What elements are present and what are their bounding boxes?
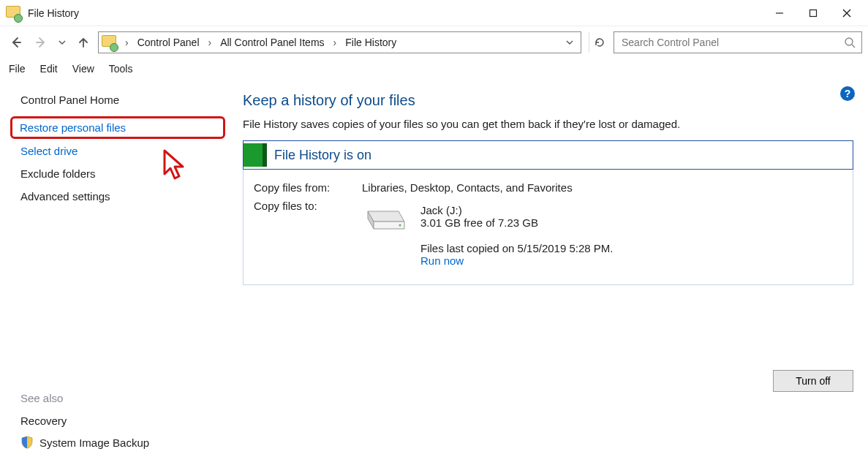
menu-file[interactable]: File <box>9 63 26 75</box>
svg-point-6 <box>845 38 853 45</box>
search-input[interactable] <box>620 36 856 49</box>
status-bar: File History is on <box>243 140 853 170</box>
status-text: File History is on <box>274 148 371 163</box>
recent-dropdown-icon[interactable] <box>56 30 69 55</box>
breadcrumb-all-items[interactable]: All Control Panel Items <box>216 32 328 53</box>
refresh-button[interactable] <box>589 32 609 53</box>
status-on-icon <box>244 143 267 167</box>
address-dropdown-icon[interactable] <box>562 37 578 48</box>
menu-tools[interactable]: Tools <box>109 63 133 75</box>
shield-icon <box>20 436 34 449</box>
window-title: File History <box>28 7 79 19</box>
highlight-annotation: Restore personal files <box>10 116 225 139</box>
select-drive-link[interactable]: Select drive <box>20 145 225 157</box>
back-button[interactable] <box>6 30 26 55</box>
chevron-right-icon[interactable]: › <box>204 37 216 48</box>
maximize-button[interactable] <box>796 2 830 24</box>
svg-line-7 <box>852 45 855 48</box>
file-history-icon <box>6 6 20 20</box>
copy-to-label: Copy files to: <box>254 200 362 267</box>
search-box[interactable] <box>614 31 862 53</box>
help-button[interactable]: ? <box>840 86 855 101</box>
page-heading: Keep a history of your files <box>243 92 853 109</box>
menu-edit[interactable]: Edit <box>40 63 58 75</box>
chevron-right-icon[interactable]: › <box>329 37 341 48</box>
svg-marker-8 <box>368 211 404 222</box>
navigation-bar: › Control Panel › All Control Panel Item… <box>0 26 868 58</box>
close-button[interactable] <box>830 2 864 24</box>
page-subtext: File History saves copies of your files … <box>243 118 853 130</box>
run-now-link[interactable]: Run now <box>420 254 464 267</box>
drive-free-space: 3.01 GB free of 7.23 GB <box>420 216 614 229</box>
sidebar: Control Panel Home Restore personal file… <box>0 79 234 465</box>
system-image-backup-link[interactable]: System Image Backup <box>39 436 149 449</box>
window-controls <box>763 2 864 24</box>
main-panel: ? Keep a history of your files File Hist… <box>234 79 868 465</box>
copy-from-value: Libraries, Desktop, Contacts, and Favori… <box>362 181 573 194</box>
advanced-settings-link[interactable]: Advanced settings <box>20 190 225 203</box>
chevron-right-icon[interactable]: › <box>121 37 133 48</box>
svg-point-11 <box>399 224 401 227</box>
details-box: Copy files from: Libraries, Desktop, Con… <box>243 170 853 285</box>
last-copied-text: Files last copied on 5/15/2019 5:28 PM. <box>420 242 614 254</box>
menu-bar: File Edit View Tools <box>0 58 868 79</box>
see-also-label: See also <box>20 392 225 404</box>
breadcrumb-file-history[interactable]: File History <box>341 32 401 53</box>
copy-from-label: Copy files from: <box>254 181 362 194</box>
address-bar[interactable]: › Control Panel › All Control Panel Item… <box>98 31 581 53</box>
svg-rect-1 <box>810 10 817 16</box>
breadcrumb-control-panel[interactable]: Control Panel <box>133 32 204 53</box>
up-button[interactable] <box>73 30 94 55</box>
drive-name: Jack (J:) <box>420 204 614 216</box>
search-icon[interactable] <box>844 37 856 48</box>
forward-button[interactable] <box>31 30 51 55</box>
title-bar: File History <box>0 0 868 26</box>
turn-off-button[interactable]: Turn off <box>773 370 853 392</box>
exclude-folders-link[interactable]: Exclude folders <box>20 167 225 180</box>
minimize-button[interactable] <box>763 2 796 24</box>
restore-personal-files-link[interactable]: Restore personal files <box>20 121 126 134</box>
content-area: Control Panel Home Restore personal file… <box>0 79 868 465</box>
drive-icon <box>362 204 407 233</box>
control-panel-home-link[interactable]: Control Panel Home <box>20 94 225 106</box>
recovery-link[interactable]: Recovery <box>20 415 67 427</box>
file-history-path-icon <box>102 35 116 50</box>
menu-view[interactable]: View <box>72 63 94 75</box>
